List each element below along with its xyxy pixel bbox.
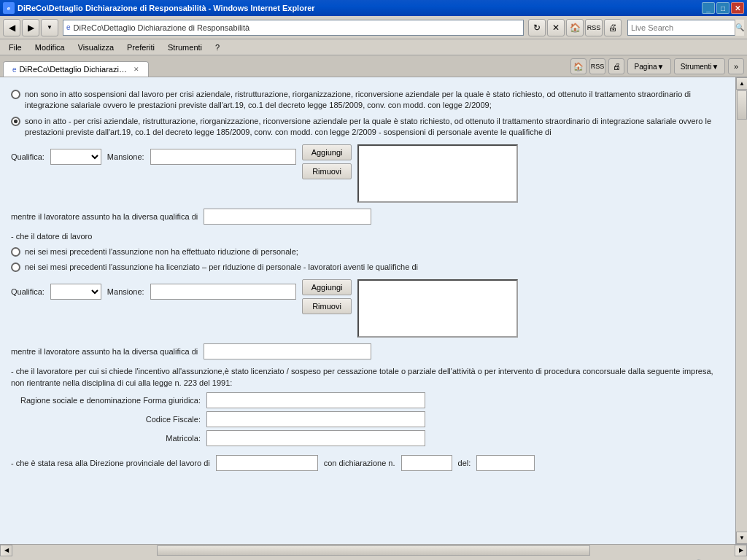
search-go-button[interactable]: 🔍 [735,20,744,36]
codice-fiscale-label: Codice Fiscale: [11,415,201,424]
radio-text-4: nei sei mesi precedenti l'assunzione ha … [25,262,724,273]
radio-group-4: nei sei mesi precedenti l'assunzione ha … [11,262,724,273]
dichiarazione-input[interactable] [401,455,452,471]
mentre-label-2: mentre il lavoratore assunto ha la diver… [11,347,198,356]
vertical-scrollbar: ▲ ▼ [735,77,747,544]
matricola-row: Matricola: [11,430,724,446]
radio-button-1[interactable] [11,90,20,99]
qualifica-area-2: Qualifica: Mansione: Aggiungi Rimuovi [11,279,724,338]
title-bar-left: e DiReCo\Dettaglio Dichiarazione di Resp… [3,2,315,14]
qualifica-buttons-2: Aggiungi Rimuovi [302,279,352,314]
address-bar[interactable]: e DiReCo\Dettaglio Dichiarazione di Resp… [63,20,524,36]
matricola-label: Matricola: [11,434,201,443]
forward-button[interactable]: ▶ [22,19,39,36]
pagina-button[interactable]: Pagina▼ [627,58,671,74]
address-text: DiReCo\Dettaglio Dichiarazione di Respon… [74,23,520,32]
aggiungi-button-1[interactable]: Aggiungi [302,144,352,160]
stop-button[interactable]: ✕ [547,19,565,36]
menu-modifica[interactable]: Modifica [29,42,71,53]
rss-tab-button[interactable]: RSS [589,58,605,74]
close-button[interactable]: ✕ [731,2,744,14]
print-button[interactable]: 🖨 [604,19,622,36]
hscroll-thumb[interactable] [157,545,590,556]
rss-button[interactable]: RSS [585,19,603,36]
menu-file[interactable]: File [3,42,28,53]
mentre-input-1[interactable] [204,209,371,225]
back-button[interactable]: ◀ [3,19,20,36]
rimuovi-button-2[interactable]: Rimuovi [302,298,352,314]
mansione-label-1: Mansione: [107,152,144,161]
scroll-left-button[interactable]: ◀ [0,545,12,556]
tab-label: DiReCo\Dettaglio Dichiarazione di Respon… [20,65,128,74]
menu-help[interactable]: ? [209,42,225,53]
scroll-thumb[interactable] [737,90,747,120]
tab-bar: e DiReCo\Dettaglio Dichiarazione di Resp… [0,55,747,77]
scroll-track [736,90,747,532]
mentre-row-2: mentre il lavoratore assunto ha la diver… [11,343,724,359]
radio-button-3[interactable] [11,247,20,257]
qualifica-section-2: Qualifica: Mansione: Aggiungi Rimuovi [11,279,724,338]
ragione-sociale-input[interactable] [206,392,425,408]
menu-visualizza[interactable]: Visualizza [72,42,120,53]
qualifica-label-2: Qualifica: [11,287,44,296]
menu-bar: File Modifica Visualizza Preferiti Strum… [0,39,747,55]
status-bar: ✓ Siti attendibili 🔍 100% ▼ [0,556,747,560]
qualifica-textarea-1[interactable] [357,144,518,203]
mansione-input-2[interactable] [150,284,296,300]
rimuovi-button-1[interactable]: Rimuovi [302,163,352,179]
ragione-sociale-row: Ragione sociale e denominazione Forma gi… [11,392,724,408]
qualifica-label-1: Qualifica: [11,152,44,161]
qualifica-fields-1: Qualifica: Mansione: [11,144,296,169]
nav-dropdown-button[interactable]: ▼ [41,19,58,36]
hscroll-track [12,545,735,556]
scroll-up-button[interactable]: ▲ [736,77,747,90]
title-bar: e DiReCo\Dettaglio Dichiarazione di Resp… [0,0,747,16]
con-dichiarazione-label: con dichiarazione n. [324,459,395,467]
che-datore-label: - che il datore di lavoro [11,232,92,241]
menu-strumenti[interactable]: Strumenti [162,42,208,53]
mansione-input-1[interactable] [150,149,296,165]
qualifica-select-1[interactable] [50,149,101,165]
codice-fiscale-input[interactable] [206,411,425,427]
home-tab-button[interactable]: 🏠 [570,58,587,74]
qualifica-row-2: Qualifica: Mansione: [11,284,296,300]
qualifica-textarea-2[interactable] [357,279,518,338]
ragione-sociale-label: Ragione sociale e denominazione Forma gi… [11,396,201,405]
tab-close-button[interactable]: ✕ [133,66,139,73]
matricola-input[interactable] [206,430,425,446]
aggiungi-button-2[interactable]: Aggiungi [302,279,352,295]
print-tab-button[interactable]: 🖨 [608,58,624,74]
del-label: del: [458,459,471,467]
del-input[interactable] [476,455,535,471]
navigation-bar: ◀ ▶ ▼ e DiReCo\Dettaglio Dichiarazione d… [0,16,747,39]
radio-button-2[interactable] [11,117,20,126]
radio-group-1: non sono in atto sospensioni dal lavoro … [11,89,724,112]
mentre-input-2[interactable] [204,343,371,359]
qualifica-select-2[interactable] [50,284,101,300]
refresh-button[interactable]: ↻ [528,19,546,36]
tab-toolbar-icons: 🏠 RSS 🖨 Pagina▼ Strumenti▼ » [570,58,744,74]
address-icon: e [66,23,71,31]
mentre-row-1: mentre il lavoratore assunto ha la diver… [11,209,724,225]
mansione-label-2: Mansione: [107,287,144,296]
strumenti-tab-button[interactable]: Strumenti▼ [674,58,725,74]
content-wrapper: non sono in atto sospensioni dal lavoro … [0,77,747,544]
horizontal-scrollbar: ◀ ▶ [0,544,747,556]
mentre-label-1: mentre il lavoratore assunto ha la diver… [11,212,198,221]
extend-button[interactable]: » [728,58,744,74]
maximize-button[interactable]: □ [716,2,729,14]
menu-preferiti[interactable]: Preferiti [121,42,160,53]
scroll-down-button[interactable]: ▼ [736,532,747,544]
minimize-button[interactable]: _ [702,2,715,14]
qualifica-buttons-1: Aggiungi Rimuovi [302,144,352,179]
home-button[interactable]: 🏠 [566,19,584,36]
radio-group-2: sono in atto - per crisi aziendale, rist… [11,116,724,139]
scroll-right-button[interactable]: ▶ [735,545,747,556]
direzione-input[interactable] [216,455,318,471]
search-input[interactable] [628,23,735,32]
active-tab[interactable]: e DiReCo\Dettaglio Dichiarazione di Resp… [3,61,149,77]
search-bar: 🔍 [627,20,744,36]
qualifica-section-1: Qualifica: Mansione: Aggiungi Rimuovi [11,144,724,203]
radio-button-4[interactable] [11,262,20,272]
radio-group-3: nei sei mesi precedenti l'assunzione non… [11,246,724,257]
